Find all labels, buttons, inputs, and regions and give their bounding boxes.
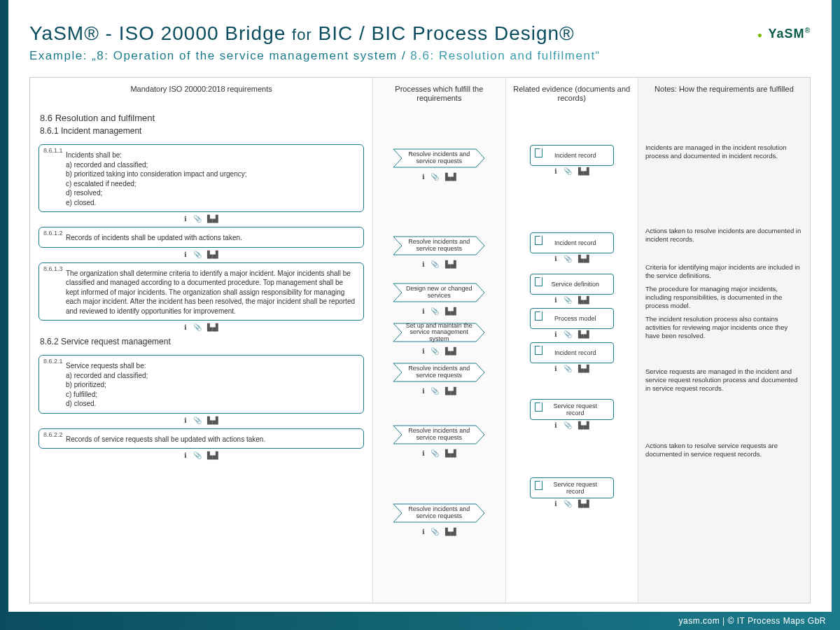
- document-shape[interactable]: Incident record: [530, 145, 614, 166]
- hierarchy-icon[interactable]: ▙▟: [445, 528, 456, 536]
- meta-icons: ℹ 📎 ▙▟: [373, 173, 505, 181]
- hierarchy-icon[interactable]: ▙▟: [207, 251, 218, 258]
- attachment-icon[interactable]: 📎: [430, 449, 439, 457]
- attachment-icon[interactable]: 📎: [430, 347, 439, 355]
- hierarchy-icon[interactable]: ▙▟: [578, 421, 589, 429]
- info-icon[interactable]: ℹ: [422, 173, 425, 181]
- hierarchy-icon[interactable]: ▙▟: [207, 215, 218, 223]
- attachment-icon[interactable]: 📎: [564, 500, 572, 507]
- subsection-heading: 8.6.2 Service request management: [30, 335, 372, 352]
- requirement-number: 8.6.1.1: [43, 146, 63, 155]
- meta-icons: ℹ 📎 ▙▟: [373, 307, 505, 315]
- column-header: Related evidence (documents and records): [506, 82, 638, 111]
- attachment-icon[interactable]: 📎: [430, 173, 439, 181]
- info-icon[interactable]: ℹ: [422, 307, 425, 315]
- document-shape[interactable]: Service request record: [530, 477, 614, 498]
- process-shape[interactable]: Set up and maintain the service manageme…: [393, 319, 484, 346]
- attachment-icon[interactable]: 📎: [193, 451, 202, 459]
- attachment-icon[interactable]: 📎: [564, 365, 572, 372]
- document-shape[interactable]: Process model: [530, 308, 614, 329]
- document-shape[interactable]: Service definition: [530, 274, 614, 295]
- info-icon[interactable]: ℹ: [184, 416, 187, 424]
- meta-icons: ℹ 📎 ▙▟: [30, 215, 372, 223]
- info-icon[interactable]: ℹ: [554, 296, 557, 304]
- info-icon[interactable]: ℹ: [184, 215, 187, 223]
- meta-icons: ℹ 📎 ▙▟: [506, 500, 638, 507]
- attachment-icon[interactable]: 📎: [193, 323, 202, 331]
- hierarchy-icon[interactable]: ▙▟: [578, 296, 589, 304]
- requirement-box[interactable]: 8.6.1.1Incidents shall be:a) recorded an…: [38, 144, 364, 212]
- info-icon[interactable]: ℹ: [554, 421, 557, 429]
- hierarchy-icon[interactable]: ▙▟: [578, 167, 589, 175]
- hierarchy-icon[interactable]: ▙▟: [445, 387, 456, 395]
- attachment-icon[interactable]: 📎: [430, 528, 439, 536]
- info-icon[interactable]: ℹ: [422, 260, 425, 268]
- document-shape[interactable]: Service request record: [530, 399, 614, 420]
- requirement-text: Incidents shall be:a) recorded and class…: [66, 150, 356, 207]
- requirement-box[interactable]: 8.6.2.2Records of service requests shall…: [38, 428, 364, 449]
- requirement-text: Records of incidents shall be updated wi…: [66, 233, 356, 243]
- attachment-icon[interactable]: 📎: [430, 260, 439, 268]
- attachment-icon[interactable]: 📎: [430, 307, 439, 315]
- hierarchy-icon[interactable]: ▙▟: [445, 449, 456, 457]
- meta-icons: ℹ 📎 ▙▟: [506, 421, 638, 429]
- info-icon[interactable]: ℹ: [422, 528, 425, 536]
- hierarchy-icon[interactable]: ▙▟: [445, 173, 456, 181]
- hierarchy-icon[interactable]: ▙▟: [578, 365, 589, 372]
- attachment-icon[interactable]: 📎: [193, 251, 202, 258]
- document-shape[interactable]: Incident record: [530, 232, 614, 253]
- meta-icons: ℹ 📎 ▙▟: [30, 451, 372, 459]
- attachment-icon[interactable]: 📎: [564, 330, 572, 338]
- section-heading: 8.6 Resolution and fulfilment: [30, 110, 372, 125]
- process-shape[interactable]: Resolve incidents and service requests: [393, 359, 484, 386]
- process-shape[interactable]: Resolve incidents and service requests: [393, 145, 484, 172]
- column-header: Notes: How the requirements are fulfille…: [638, 82, 810, 110]
- attachment-icon[interactable]: 📎: [193, 416, 202, 424]
- info-icon[interactable]: ℹ: [184, 323, 187, 331]
- fulfilment-note: Actions taken to resolve service request…: [638, 438, 810, 474]
- meta-icons: ℹ 📎 ▙▟: [506, 330, 638, 338]
- meta-icons: ℹ 📎 ▙▟: [506, 255, 638, 262]
- info-icon[interactable]: ℹ: [554, 330, 557, 338]
- hierarchy-icon[interactable]: ▙▟: [207, 416, 218, 424]
- hierarchy-icon[interactable]: ▙▟: [207, 323, 218, 331]
- fulfilment-note: Actions taken to resolve incidents are d…: [638, 223, 810, 259]
- title-for: for: [292, 26, 312, 43]
- attachment-icon[interactable]: 📎: [564, 167, 572, 175]
- requirement-box[interactable]: 8.6.2.1Service requests shall be:a) reco…: [38, 355, 364, 414]
- info-icon[interactable]: ℹ: [422, 449, 425, 457]
- hierarchy-icon[interactable]: ▙▟: [445, 260, 456, 268]
- info-icon[interactable]: ℹ: [554, 500, 557, 507]
- process-shape[interactable]: Resolve incidents and service requests: [393, 421, 484, 448]
- header: YaSM® - ISO 20000 Bridge for BIC / BIC P…: [8, 8, 832, 70]
- attachment-icon[interactable]: 📎: [564, 255, 572, 262]
- document-shape[interactable]: Incident record: [530, 342, 614, 363]
- fulfilment-note: Criteria for identifying major incidents…: [638, 259, 810, 348]
- requirement-box[interactable]: 8.6.1.3The organization shall determine …: [38, 262, 364, 321]
- info-icon[interactable]: ℹ: [554, 255, 557, 262]
- process-shape[interactable]: Resolve incidents and service requests: [393, 500, 484, 526]
- info-icon[interactable]: ℹ: [554, 167, 557, 175]
- attachment-icon[interactable]: 📎: [430, 387, 439, 395]
- hierarchy-icon[interactable]: ▙▟: [578, 330, 589, 338]
- attachment-icon[interactable]: 📎: [564, 296, 572, 304]
- process-shape[interactable]: Design new or changed services: [393, 279, 484, 306]
- attachment-icon[interactable]: 📎: [564, 421, 572, 429]
- info-icon[interactable]: ℹ: [422, 387, 425, 395]
- hierarchy-icon[interactable]: ▙▟: [207, 451, 218, 459]
- info-icon[interactable]: ℹ: [184, 451, 187, 459]
- info-icon[interactable]: ℹ: [422, 347, 425, 355]
- requirement-number: 8.6.1.3: [43, 265, 63, 273]
- info-icon[interactable]: ℹ: [554, 365, 557, 372]
- meta-icons: ℹ 📎 ▙▟: [373, 449, 505, 457]
- hierarchy-icon[interactable]: ▙▟: [445, 347, 456, 355]
- bridge-table: Mandatory ISO 20000:2018 requirements8.6…: [29, 77, 811, 603]
- column-header: Processes which fulfill the requirements: [373, 82, 505, 111]
- attachment-icon[interactable]: 📎: [193, 215, 202, 223]
- hierarchy-icon[interactable]: ▙▟: [578, 255, 589, 262]
- hierarchy-icon[interactable]: ▙▟: [578, 500, 589, 507]
- info-icon[interactable]: ℹ: [184, 251, 187, 258]
- process-shape[interactable]: Resolve incidents and service requests: [393, 232, 484, 259]
- requirement-box[interactable]: 8.6.1.2Records of incidents shall be upd…: [38, 227, 364, 248]
- hierarchy-icon[interactable]: ▙▟: [445, 307, 456, 315]
